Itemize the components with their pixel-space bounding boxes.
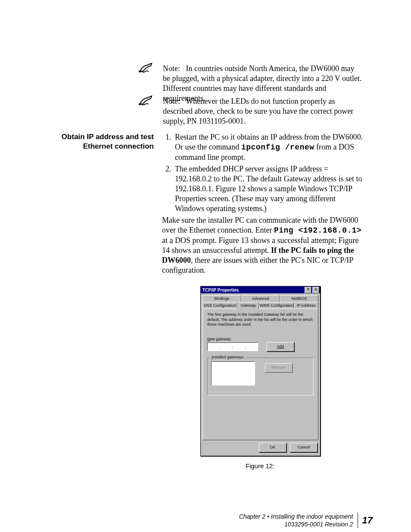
steps-list: Restart the PC so it obtains an IP addre…	[163, 132, 365, 214]
footer-line1: Chapter 2 • Installing the indoor equipm…	[239, 513, 353, 520]
tab-dns-configuration[interactable]: DNS Configuration	[202, 302, 237, 309]
tab-ip-address[interactable]: IP Address	[294, 302, 318, 309]
panel-description: The first gateway in the Installed Gatew…	[207, 312, 314, 327]
installed-gateways-group: Installed gateways: Remove	[207, 358, 314, 395]
page-number: 17	[358, 515, 373, 526]
note-block-2: Note: Whenever the LEDs do not function …	[138, 96, 362, 126]
tab-advanced[interactable]: Advanced	[241, 295, 280, 302]
new-gateway-label: New gateway:	[207, 337, 314, 341]
figure-12: TCP/IP Properties ? × Bindings Advanced …	[200, 286, 320, 470]
note-pen-icon	[138, 94, 156, 107]
help-button[interactable]: ?	[305, 287, 311, 293]
tab-strip: Bindings Advanced NetBIOS DNS Configurat…	[202, 295, 318, 440]
note-2-prefix: Note:	[163, 97, 180, 106]
page-footer: Chapter 2 • Installing the indoor equipm…	[0, 513, 373, 528]
body-column: Restart the PC so it obtains an IP addre…	[163, 132, 365, 275]
note-pen-icon	[138, 62, 156, 75]
remove-button[interactable]: Remove	[265, 363, 293, 373]
tab-bindings[interactable]: Bindings	[202, 295, 241, 302]
installed-gateways-label: Installed gateways:	[210, 355, 246, 359]
cancel-button[interactable]: Cancel	[290, 443, 318, 452]
ok-button[interactable]: OK	[259, 443, 286, 452]
step-1: Restart the PC so it obtains an IP addre…	[173, 132, 365, 162]
note-2-body: Whenever the LEDs do not function proper…	[163, 97, 353, 125]
para-cmd: Ping <192.168.0.1>	[274, 226, 361, 235]
tab-gateway[interactable]: Gateway	[237, 302, 259, 309]
installed-gateways-listbox[interactable]	[211, 361, 255, 386]
para-c: , there are issues with either the PC's …	[162, 256, 353, 274]
add-button-label: Add	[277, 344, 284, 348]
dialog-titlebar: TCP/IP Properties ? ×	[201, 286, 320, 293]
tab-netbios[interactable]: NetBIOS	[280, 295, 318, 302]
step-2: The embedded DHCP server assigns IP addr…	[173, 164, 365, 214]
footer-line2: 1033295-0001 Revision 2	[239, 520, 353, 528]
tcpip-properties-dialog: TCP/IP Properties ? × Bindings Advanced …	[200, 286, 321, 456]
tab-wins-configuration[interactable]: WINS Configuration	[259, 302, 294, 309]
note-1-prefix: Note:	[163, 64, 180, 73]
close-button[interactable]: ×	[312, 287, 319, 293]
note-2-text: Note: Whenever the LEDs do not function …	[163, 96, 362, 126]
section-heading: Obtain IP address and test Ethernet conn…	[56, 132, 154, 151]
new-gateway-input[interactable]: ...	[207, 342, 258, 351]
gateway-tab-panel: The first gateway in the Installed Gatew…	[202, 308, 318, 440]
footer-text: Chapter 2 • Installing the indoor equipm…	[239, 513, 358, 528]
step-1-cmd: ipconfig /renew	[241, 143, 314, 152]
figure-caption: Figure 12:	[200, 462, 320, 470]
dialog-footer: OK Cancel	[201, 440, 320, 456]
dialog-title: TCP/IP Properties	[202, 288, 239, 292]
ping-paragraph: Make sure the installer PC can communica…	[162, 215, 365, 275]
add-button[interactable]: Add	[267, 342, 294, 352]
